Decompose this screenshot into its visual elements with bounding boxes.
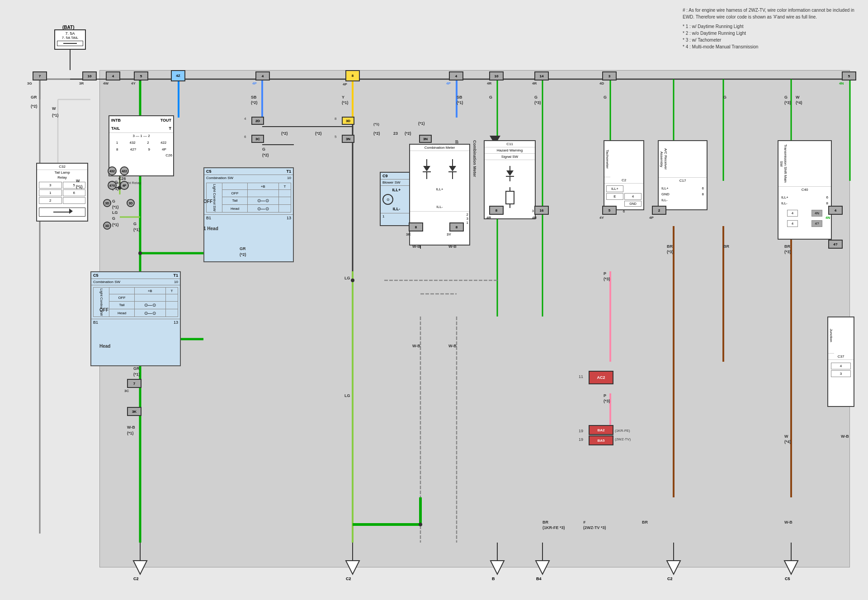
c5-combo-sw-bottom: C5 T1 Combination SW 10 Light Control SW… <box>90 271 181 366</box>
connector-4r-b1: 8 <box>489 206 504 215</box>
label-4n: 4N <box>839 81 844 85</box>
head-bottom-label: Head <box>99 344 110 349</box>
ac2-connector: AC2 <box>589 371 613 384</box>
wire-w-r: W <box>796 95 800 99</box>
combo-sw-label-top: Combination SW <box>206 176 233 180</box>
wire-wb-bot1: (*1) <box>127 431 134 435</box>
wire-label-w2: W <box>76 179 80 183</box>
connector-4p-b: 2 <box>652 206 666 215</box>
note1-a: (*1) <box>373 122 379 126</box>
c17-ac-receiver: A/C Receiver Assembly C17 ILL+ 6 GND 8 I… <box>658 140 708 210</box>
wire-wb-bot: W-B <box>127 425 135 430</box>
connector-3n-r: 3N <box>419 135 432 143</box>
wire-label-w: W <box>52 106 56 111</box>
diagram-container: # : As for engine wire harness of 2WZ-TV… <box>0 0 868 600</box>
connector-7-3g: 7 <box>33 71 47 80</box>
c5-label-top: C5 <box>206 169 212 174</box>
light-control-sw-label-bottom: Light Control SW <box>94 288 109 317</box>
connector-3k: 3K <box>127 407 142 416</box>
fuse-rating: 7. 5A <box>56 31 84 36</box>
connector-3r-b: 8 <box>409 222 423 231</box>
connector-4r-1: 10 <box>489 71 504 80</box>
note2-d: (*2) <box>405 131 411 136</box>
note3: * 3 : w/ Tachometer <box>683 37 854 43</box>
t1-label-bottom: T1 <box>173 273 178 278</box>
ground-c2-3: C2 <box>667 576 673 581</box>
wire-w-rb: W <box>784 434 788 439</box>
connector-3n: 3N <box>342 135 354 143</box>
c2-tachometer: Tachometer C2 ILL+ E 4 GND 6 <box>604 140 644 210</box>
connector-3c-1: 3C <box>251 135 264 143</box>
hash-note: # : As for engine wire harness of 2WZ-TV… <box>683 7 854 20</box>
label-4y: 4Y <box>131 81 136 85</box>
wire-label-g: G <box>112 199 115 203</box>
wire-label-gr: GR <box>31 95 37 99</box>
wire-p-2: P <box>604 393 606 398</box>
note1-b: (*1) <box>418 121 425 126</box>
wire-br-43: (*3) <box>784 250 791 254</box>
wire-br-bot4: (2WZ-TV *3) <box>583 525 606 530</box>
wire-sb-r: SB <box>457 95 462 99</box>
wire-lg-center2: LG <box>344 393 350 398</box>
connector-4p2: 4P <box>120 181 129 190</box>
connector-4r-b2: 16 <box>534 206 549 215</box>
connector-420: 4?0 <box>108 181 117 190</box>
label-3r-b: 3R <box>406 232 410 236</box>
off1-label: OFF <box>203 199 212 204</box>
label-4r-b2: 4R <box>532 216 537 220</box>
wire-br-3: (*3) <box>667 250 674 254</box>
c37-junction: Junction C37 4 3 <box>827 317 854 407</box>
wire-label-1f: (*1) <box>133 227 140 232</box>
connector-3d-yellow: 3D <box>342 117 354 125</box>
connector-4r-2: 14 <box>534 71 549 80</box>
notes-area: # : As for engine wire harness of 2WZ-TV… <box>683 7 854 50</box>
wire-g-c23: (*3) <box>534 100 541 105</box>
connector-4p-1: 4 <box>255 71 270 80</box>
wire-g-c4: G <box>723 95 726 99</box>
connector-432: 432 <box>108 166 117 175</box>
wire-p-3: (*3) <box>604 277 610 281</box>
wire-br-bot2: (1KR-FE *3) <box>542 525 565 530</box>
c26-label: C26 <box>118 176 126 181</box>
ba5-num: 19 <box>579 437 583 442</box>
conn-23: 23 <box>393 131 398 136</box>
wire-br-bot5: BR <box>642 520 648 524</box>
c26-relay-box: INTB TOUT TAIL T 3 — 1 — 2 1 432 2 422 8… <box>108 115 174 176</box>
wire-br-1: BR <box>667 244 673 249</box>
connector-4y: 5 <box>134 71 148 80</box>
wire-label-lg2: LG <box>112 210 118 215</box>
ba5-label: (2WZ-TV) <box>615 437 631 441</box>
wire-wb-1: W-B <box>412 244 420 249</box>
b1-label-bottom: B1 <box>93 320 98 325</box>
connector-4n: 5 <box>842 71 856 80</box>
label-3g: 3G <box>27 81 32 85</box>
connector-4p-3: 4 <box>449 71 463 80</box>
c32-relay-box: C32 Tail Lamp Relay 3 5 1 6 2 <box>36 163 88 222</box>
ac2-num: 11 <box>579 374 583 379</box>
wire-wb-4: W-B <box>448 344 457 348</box>
1head-top-label: 1 Head <box>203 226 218 231</box>
note2: * 2 : w/o Daytime Running Light <box>683 30 854 37</box>
sw-off-bottom: OFF <box>109 294 134 301</box>
ground-b: B <box>492 576 495 581</box>
ground-b4: B4 <box>536 576 542 581</box>
ground-c5: C5 <box>785 576 790 581</box>
connector-2d: 2D <box>251 117 264 125</box>
wire-y-1: (*1) <box>342 100 349 105</box>
wire-wb-3: W-B <box>412 344 420 348</box>
connector-3y: 8 <box>449 222 464 231</box>
connector-3d2: 3D <box>127 199 135 207</box>
note1: * 1 : w/ Daytime Running Light <box>683 23 854 30</box>
label-4p-1: 4P <box>252 81 257 85</box>
note2-b: (*2) <box>315 131 322 136</box>
wire-sb-2: (*2) <box>251 100 258 105</box>
wire-g-c2: G <box>534 95 538 99</box>
connector-3c-b: 7 <box>127 379 142 388</box>
wire-br-2: BR <box>723 244 729 249</box>
label-4n-b: 4N <box>826 216 830 220</box>
label-3r: 3R <box>79 81 84 85</box>
wire-br-bot3: # <box>583 520 585 524</box>
label-4p-b: 4P <box>649 216 654 220</box>
wire-w-4: (*4) <box>796 100 802 105</box>
wr-1-bot: (*1) <box>133 372 140 377</box>
